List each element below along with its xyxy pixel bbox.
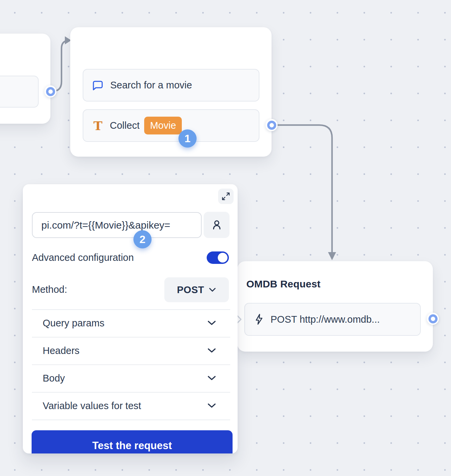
- movie-item-search[interactable]: Search for a movie: [83, 69, 259, 102]
- port-ring: [428, 314, 438, 323]
- webhook-config-panel: 2 Advanced configuration Method: POST Qu…: [23, 184, 238, 453]
- arrowhead-down-icon: [328, 252, 336, 260]
- output-port[interactable]: [265, 119, 278, 131]
- test-request-button[interactable]: Test the request: [32, 430, 233, 453]
- chat-bubble-icon: [92, 80, 104, 91]
- wire-movie-to-omdb: [277, 125, 332, 253]
- section-query-params[interactable]: Query params: [23, 309, 238, 337]
- chevron-down-icon: [209, 287, 216, 292]
- item-label: Search for a movie: [110, 80, 192, 91]
- flow-canvas[interactable]: Movie search Search for a movie T Collec…: [0, 0, 451, 476]
- expand-icon: [221, 192, 230, 201]
- section-headers[interactable]: Headers: [23, 337, 238, 364]
- section-body[interactable]: Body: [23, 364, 238, 392]
- advanced-configuration-label: Advanced configuration: [32, 252, 134, 263]
- chevron-down-icon: [207, 403, 216, 408]
- step-badge-2: 2: [133, 230, 152, 248]
- variables-button[interactable]: [204, 212, 230, 238]
- chevron-down-icon: [207, 375, 216, 381]
- wire-left-to-movie: [52, 40, 70, 91]
- omdb-item-webhook[interactable]: POST http://www.omdb...: [244, 303, 421, 336]
- lightning-icon: [254, 314, 264, 325]
- port-ring: [267, 121, 276, 130]
- section-label: Query params: [43, 318, 105, 329]
- section-label: Headers: [43, 345, 80, 356]
- chevron-down-icon: [207, 348, 216, 353]
- node-partial[interactable]: [0, 34, 50, 124]
- output-port[interactable]: [427, 313, 439, 325]
- node-title: OMDB Request: [246, 278, 321, 290]
- node-omdb-request[interactable]: OMDB Request POST http://www.omdb...: [237, 261, 433, 352]
- divider: [32, 420, 230, 420]
- expand-button[interactable]: [218, 189, 234, 204]
- user-icon: [210, 219, 223, 231]
- toggle-knob: [218, 253, 228, 263]
- section-label: Body: [43, 373, 65, 384]
- section-label: Variable values for test: [43, 400, 141, 411]
- section-variable-values[interactable]: Variable values for test: [23, 392, 238, 420]
- node-movie-search[interactable]: Movie search Search for a movie T Collec…: [70, 27, 272, 157]
- advanced-configuration-toggle[interactable]: [207, 251, 229, 264]
- method-label: Method:: [32, 284, 67, 295]
- method-value: POST: [177, 284, 204, 295]
- method-dropdown[interactable]: POST: [164, 277, 229, 302]
- variable-badge[interactable]: Movie: [144, 117, 181, 134]
- url-input[interactable]: [32, 212, 202, 238]
- movie-item-collect[interactable]: T Collect Movie: [83, 109, 259, 142]
- node-partial-item[interactable]: [0, 76, 39, 108]
- step-badge-1: 1: [178, 129, 197, 148]
- text-input-icon: T: [93, 120, 102, 132]
- item-label: Collect: [110, 120, 140, 131]
- chevron-down-icon: [207, 320, 216, 326]
- port-ring: [46, 87, 55, 96]
- output-port[interactable]: [44, 85, 56, 97]
- item-label: POST http://www.omdb...: [271, 314, 380, 325]
